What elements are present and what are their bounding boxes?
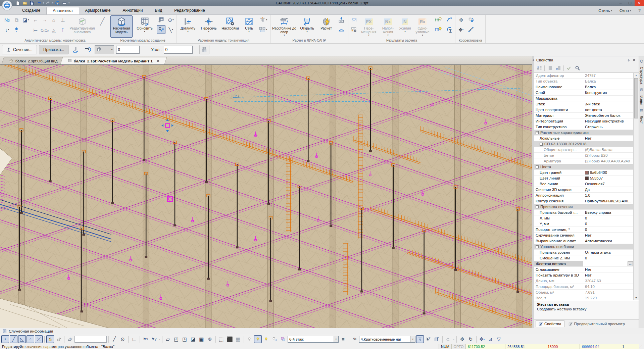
close-button[interactable]: ✕ xyxy=(635,0,644,6)
service-info-label[interactable]: Служебная информация xyxy=(9,329,53,333)
lock-workplane-button[interactable] xyxy=(46,335,54,343)
stresses-button[interactable]: Nx Напря-жения ▾ xyxy=(379,15,397,38)
redo-caret-icon[interactable]: ▾ xyxy=(52,2,54,4)
workplane-button[interactable] xyxy=(66,335,74,343)
clip-section-button[interactable]: ◪ xyxy=(189,335,197,343)
property-group-row[interactable]: −Привязка сечения xyxy=(534,204,633,210)
hook-right-button[interactable] xyxy=(83,45,93,54)
node-tool-button[interactable]: ⊙▾ xyxy=(166,15,175,24)
support-hinge-button[interactable]: ⌂ xyxy=(49,15,58,24)
rod-tool-button[interactable]: ╲▾ xyxy=(166,25,175,34)
property-row[interactable]: Выравнивание аналит...Автоматически xyxy=(534,238,633,244)
property-row[interactable]: Цвет поверхностинет цвета xyxy=(534,107,633,113)
center-point-button[interactable]: ⊙ xyxy=(119,335,127,343)
snap-edge-button[interactable]: ╱ xyxy=(10,335,17,343)
property-row[interactable]: Вес, т19.229 xyxy=(534,295,633,300)
show-results-elements-button[interactable] xyxy=(433,25,444,34)
angle-input[interactable] xyxy=(164,46,193,54)
property-row[interactable]: СлойКонструктив xyxy=(534,90,633,96)
visibility-partial-button[interactable] xyxy=(262,335,270,343)
property-row[interactable]: НаименованиеБалка xyxy=(534,84,633,90)
support-fixed-button[interactable]: ⊥ xyxy=(58,15,67,24)
spring-support-button[interactable] xyxy=(12,25,21,34)
property-row[interactable]: Скручивание сеченияНет xyxy=(534,233,633,238)
undo-icon[interactable] xyxy=(36,0,42,6)
align-plates-button[interactable]: ▾ xyxy=(257,25,269,34)
property-row[interactable]: X, мм0 xyxy=(534,215,633,221)
property-row[interactable]: Идентификатор24757 xyxy=(534,73,633,79)
replace-nodes-button[interactable] xyxy=(466,15,475,24)
displacements-button[interactable]: FX Пере-мещения ▾ xyxy=(359,15,378,38)
property-row[interactable]: Бетон(2)Гориз B20 xyxy=(534,153,633,158)
loadcase-select[interactable]: 4.Кратковременные наг ▾ xyxy=(359,336,415,343)
edit-result-button[interactable] xyxy=(445,15,454,24)
viewport-3d[interactable] xyxy=(0,64,532,328)
punch-load-button[interactable]: ▾ xyxy=(257,15,269,24)
filter-button[interactable] xyxy=(416,335,424,343)
support-pin-top-button[interactable]: ⌐ xyxy=(31,15,40,24)
property-group-row[interactable]: −СП 63.13330.2012/2018 xyxy=(534,141,633,147)
num-toggle[interactable]: NUM xyxy=(439,344,451,349)
distance-to-supports-button[interactable]: l Расстояние до опор ▾ xyxy=(272,15,297,38)
axis-more-icon[interactable]: ⌄ xyxy=(158,338,160,341)
property-row[interactable]: Сечение 3D моделиДа xyxy=(534,187,633,193)
convert-to-rod-button[interactable] xyxy=(157,25,165,34)
clip-reset-button[interactable]: ⓪ xyxy=(206,335,214,343)
tab-close-icon[interactable]: ✕ xyxy=(157,59,159,63)
save-icon[interactable] xyxy=(29,0,35,6)
property-group-row[interactable]: −Расчетные характеристики xyxy=(534,130,633,136)
visibility-object-button[interactable] xyxy=(271,335,279,343)
run-calc-button[interactable]: Расчёт xyxy=(317,15,335,38)
show-results-nodes-button[interactable] xyxy=(433,15,444,24)
snap-node-button[interactable]: ✦ xyxy=(1,335,9,343)
collapse-arrow-icon[interactable]: ◂ xyxy=(532,58,534,61)
collapse-toggle-icon[interactable]: − xyxy=(536,205,539,208)
property-row[interactable]: Вес линииОсновная7 xyxy=(534,181,633,187)
support-pin-corner-button[interactable]: ¬ xyxy=(40,15,49,24)
move-point-button[interactable]: ✥• xyxy=(457,25,465,34)
axis-x-button[interactable]: ⚑x xyxy=(142,335,149,343)
property-row[interactable]: СглаживаниеНет xyxy=(534,267,633,272)
diagonal-line-button[interactable]: ╱ xyxy=(97,15,107,38)
layers-copy-button[interactable]: ⧉ xyxy=(12,15,21,24)
floor-list-button[interactable]: ≡ xyxy=(339,335,347,343)
update-fragment-button[interactable] xyxy=(157,15,165,24)
category-view-button[interactable] xyxy=(536,65,543,71)
property-row[interactable]: Аппроксимация1.0 xyxy=(534,193,633,198)
apply-check-icon[interactable] xyxy=(565,65,573,71)
move-vertex-button[interactable]: ✥• xyxy=(478,335,486,343)
workplane-name-input[interactable] xyxy=(75,336,107,343)
property-row[interactable]: Длина, мм32047.63 xyxy=(534,278,633,284)
open-folder-icon[interactable] xyxy=(22,0,28,6)
calc-model-button[interactable]: Расчетная модель xyxy=(110,15,133,38)
menu-tab-6[interactable]: Редактирование xyxy=(168,7,211,14)
numbering-toggle-button[interactable]: № xyxy=(351,335,358,343)
snap-button[interactable]: Привязка... xyxy=(39,45,68,54)
array-params-button[interactable] xyxy=(199,45,209,54)
load-down-button[interactable]: ↓▾ xyxy=(3,25,11,34)
clip-cube-button[interactable]: ▱ xyxy=(164,335,172,343)
property-row[interactable]: Маркировка xyxy=(534,96,633,101)
collapse-toggle-icon[interactable]: − xyxy=(536,165,539,168)
tab-preview[interactable]: Предварительный просмотр xyxy=(566,320,628,327)
property-row[interactable]: Этаж3-й этаж xyxy=(534,101,633,107)
right-angle-button[interactable]: ∟ xyxy=(130,335,138,343)
property-row[interactable]: Арматура(2)Гориз A400.A400.A240 xyxy=(534,158,633,164)
side-tab-sheet[interactable]: Лист xyxy=(640,116,644,124)
apply-more-icon[interactable]: ⌄ xyxy=(453,338,455,341)
collapse-toggle-icon[interactable]: − xyxy=(536,131,539,134)
sync-model-icon[interactable] xyxy=(54,0,60,6)
property-row[interactable]: Привязка базовой т...Вверху справа xyxy=(534,210,633,215)
hook-down-button[interactable] xyxy=(70,45,81,54)
menu-tab-5[interactable]: Вид xyxy=(149,7,168,14)
deformation-view-button[interactable] xyxy=(350,15,358,24)
property-row[interactable]: Цвет линий553b37 xyxy=(534,176,633,181)
search-icon[interactable] xyxy=(574,65,581,71)
property-row[interactable]: Объём, м³7.691 xyxy=(534,290,633,295)
property-row[interactable]: Показать арматуру в 3DНет xyxy=(534,272,633,278)
display-shaded-button[interactable]: ⬛ xyxy=(226,335,234,343)
measure-icon[interactable] xyxy=(61,0,67,6)
minimize-button[interactable]: ─ xyxy=(616,0,625,6)
menu-style[interactable]: Стиль▾ xyxy=(598,8,612,13)
menu-window[interactable]: Окно▾ xyxy=(620,8,631,13)
